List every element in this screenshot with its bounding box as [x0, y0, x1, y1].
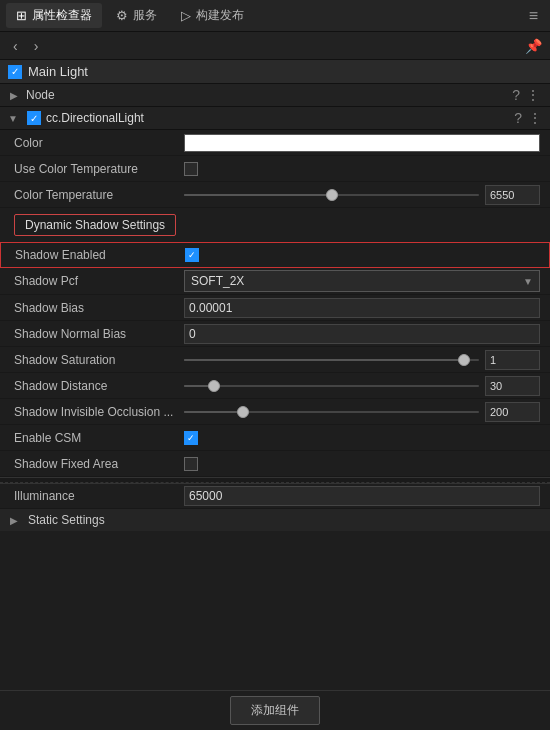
node-row[interactable]: ▶ Node ? ⋮: [0, 84, 550, 107]
shadow-saturation-row: Shadow Saturation 1: [0, 347, 550, 373]
color-temp-row: Color Temperature 6550: [0, 182, 550, 208]
shadow-saturation-input[interactable]: 1: [485, 350, 540, 370]
dynamic-shadow-tab[interactable]: Dynamic Shadow Settings: [14, 214, 176, 236]
use-color-temp-value: [184, 162, 540, 176]
node-label: Node: [26, 88, 55, 102]
shadow-fixed-area-checkbox[interactable]: [184, 457, 198, 471]
color-temp-value: 6550: [184, 185, 540, 205]
static-settings-label: Static Settings: [28, 513, 105, 527]
menu-button[interactable]: ≡: [523, 5, 544, 27]
color-row: Color: [0, 130, 550, 156]
color-temp-input[interactable]: 6550: [485, 185, 540, 205]
shadow-bias-value: 0.00001: [184, 298, 540, 318]
shadow-fixed-area-value: [184, 457, 540, 471]
color-value: [184, 134, 540, 152]
shadow-distance-value: 30: [184, 376, 540, 396]
static-settings-arrow: ▶: [10, 515, 18, 526]
node-collapse-arrow: ▶: [10, 90, 18, 101]
illuminance-input[interactable]: 65000: [184, 486, 540, 506]
top-bar: ⊞ 属性检查器 ⚙ 服务 ▷ 构建发布 ≡: [0, 0, 550, 32]
shadow-bias-input[interactable]: 0.00001: [184, 298, 540, 318]
dl-collapse-arrow: ▼: [8, 113, 18, 124]
dss-tab-container: Dynamic Shadow Settings: [0, 208, 550, 242]
shadow-saturation-slider[interactable]: [184, 351, 479, 369]
shadow-distance-row: Shadow Distance 30: [0, 373, 550, 399]
enable-csm-checkbox[interactable]: [184, 431, 198, 445]
color-swatch[interactable]: [184, 134, 540, 152]
inspector-icon: ⊞: [16, 8, 27, 23]
shadow-invisible-occlusion-row: Shadow Invisible Occlusion ... 200: [0, 399, 550, 425]
dl-icons: ? ⋮: [514, 110, 542, 126]
dl-checkbox[interactable]: [27, 111, 41, 125]
toolbar: ‹ › 📌: [0, 32, 550, 60]
shadow-pcf-value: SOFT_2X ▼: [184, 270, 540, 292]
back-button[interactable]: ‹: [8, 36, 23, 56]
enable-csm-value: [184, 431, 540, 445]
shadow-pcf-row: Shadow Pcf SOFT_2X ▼: [0, 268, 550, 295]
shadow-normal-bias-value: 0: [184, 324, 540, 344]
shadow-pcf-arrow: ▼: [523, 276, 533, 287]
pin-button[interactable]: 📌: [525, 38, 542, 54]
illuminance-value: 65000: [184, 486, 540, 506]
use-color-temp-row: Use Color Temperature: [0, 156, 550, 182]
illuminance-label: Illuminance: [14, 489, 184, 503]
enable-csm-label: Enable CSM: [14, 431, 184, 445]
shadow-normal-bias-input[interactable]: 0: [184, 324, 540, 344]
shadow-saturation-label: Shadow Saturation: [14, 353, 184, 367]
shadow-normal-bias-label: Shadow Normal Bias: [14, 327, 184, 341]
shadow-saturation-value: 1: [184, 350, 540, 370]
static-settings-row[interactable]: ▶ Static Settings: [0, 509, 550, 531]
dl-label: cc.DirectionalLight: [46, 111, 144, 125]
main-light-checkbox[interactable]: [8, 65, 22, 79]
node-more-icon[interactable]: ⋮: [526, 87, 540, 103]
build-icon: ▷: [181, 8, 191, 23]
shadow-invisible-occlusion-slider[interactable]: [184, 403, 479, 421]
tab-build[interactable]: ▷ 构建发布: [171, 3, 254, 28]
color-label: Color: [14, 136, 184, 150]
shadow-distance-slider[interactable]: [184, 377, 479, 395]
bottom-bar: 添加组件: [0, 690, 550, 730]
color-temp-label: Color Temperature: [14, 188, 184, 202]
node-help-icon[interactable]: ?: [512, 87, 520, 103]
shadow-invisible-occlusion-value: 200: [184, 402, 540, 422]
directional-light-header: ▼ cc.DirectionalLight ? ⋮: [0, 107, 550, 130]
main-light-header: Main Light: [0, 60, 550, 84]
main-light-title: Main Light: [28, 64, 88, 79]
shadow-pcf-dropdown[interactable]: SOFT_2X ▼: [184, 270, 540, 292]
shadow-invisible-occlusion-input[interactable]: 200: [485, 402, 540, 422]
shadow-bias-label: Shadow Bias: [14, 301, 184, 315]
shadow-fixed-area-label: Shadow Fixed Area: [14, 457, 184, 471]
add-component-button[interactable]: 添加组件: [230, 696, 320, 725]
content-area: Main Light ▶ Node ? ⋮ ▼ cc.DirectionalLi…: [0, 60, 550, 690]
shadow-enabled-value: [185, 248, 539, 262]
shadow-enabled-label: Shadow Enabled: [15, 248, 185, 262]
shadow-pcf-label: Shadow Pcf: [14, 274, 184, 288]
shadow-normal-bias-row: Shadow Normal Bias 0: [0, 321, 550, 347]
enable-csm-row: Enable CSM: [0, 425, 550, 451]
color-temp-slider[interactable]: [184, 186, 479, 204]
shadow-distance-input[interactable]: 30: [485, 376, 540, 396]
tab-inspector[interactable]: ⊞ 属性检查器: [6, 3, 102, 28]
use-color-temp-label: Use Color Temperature: [14, 162, 184, 176]
illuminance-row: Illuminance 65000: [0, 483, 550, 509]
shadow-invisible-occlusion-label: Shadow Invisible Occlusion ...: [14, 405, 184, 419]
shadow-bias-row: Shadow Bias 0.00001: [0, 295, 550, 321]
tab-service[interactable]: ⚙ 服务: [106, 3, 167, 28]
shadow-fixed-area-row: Shadow Fixed Area: [0, 451, 550, 477]
shadow-enabled-checkbox[interactable]: [185, 248, 199, 262]
dl-help-icon[interactable]: ?: [514, 110, 522, 126]
shadow-enabled-row: Shadow Enabled: [0, 242, 550, 268]
dl-more-icon[interactable]: ⋮: [528, 110, 542, 126]
forward-button[interactable]: ›: [29, 36, 44, 56]
node-icons: ? ⋮: [512, 87, 540, 103]
service-icon: ⚙: [116, 8, 128, 23]
shadow-distance-label: Shadow Distance: [14, 379, 184, 393]
use-color-temp-checkbox[interactable]: [184, 162, 198, 176]
shadow-pcf-text: SOFT_2X: [191, 274, 244, 288]
